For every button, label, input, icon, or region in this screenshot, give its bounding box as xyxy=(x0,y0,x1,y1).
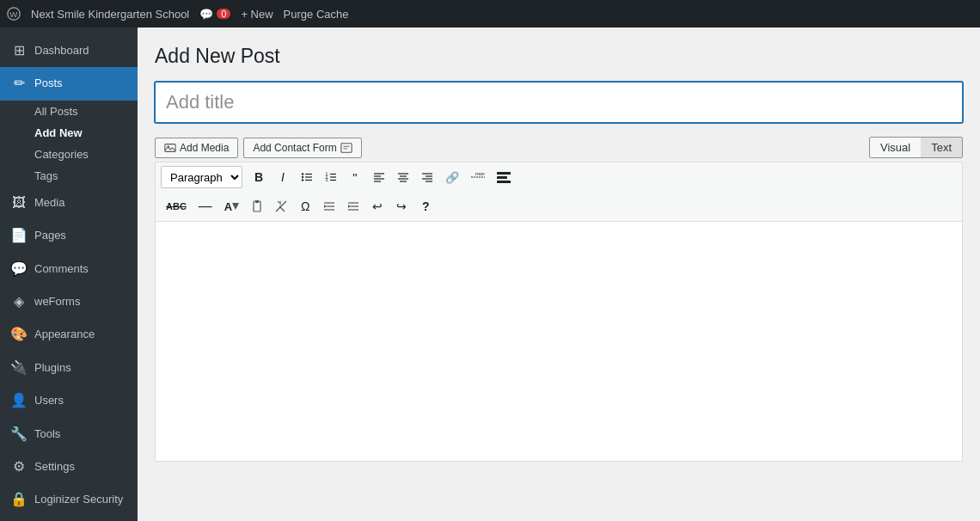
svg-marker-36 xyxy=(232,203,239,210)
sidebar-subitem-categories[interactable]: Categories xyxy=(0,144,138,165)
svg-line-41 xyxy=(279,206,285,211)
align-right-icon xyxy=(421,171,433,183)
horizontal-rule-button[interactable]: — xyxy=(193,195,217,218)
purge-cache-link[interactable]: Purge Cache xyxy=(284,8,349,21)
weforms-icon: ◈ xyxy=(10,292,28,311)
add-contact-form-button[interactable]: Add Contact Form xyxy=(243,138,361,158)
contact-form-icon xyxy=(340,142,352,154)
editor-content-area[interactable] xyxy=(155,221,963,462)
tools-icon: 🔧 xyxy=(10,425,28,444)
appearance-icon: 🎨 xyxy=(10,325,28,344)
strikethrough-button[interactable]: ABC xyxy=(161,195,192,218)
wordpress-logo-icon: W xyxy=(7,7,21,21)
svg-rect-33 xyxy=(497,172,511,175)
align-center-button[interactable] xyxy=(392,166,414,188)
ordered-list-icon: 1. 2. 3. xyxy=(325,171,337,183)
sidebar-item-label: Dashboard xyxy=(34,43,89,58)
special-chars-button[interactable]: Ω xyxy=(294,195,316,218)
main-content: Add New Post Add Media xyxy=(138,28,980,521)
editor-toolbar-row1: Paragraph Heading 1 Heading 2 Heading 3 … xyxy=(155,162,963,192)
svg-point-7 xyxy=(302,173,303,175)
outdent-icon xyxy=(323,200,335,212)
new-post-link[interactable]: + New xyxy=(241,8,273,21)
post-title-input[interactable] xyxy=(155,82,963,123)
indent-button[interactable] xyxy=(342,195,364,218)
svg-text:3.: 3. xyxy=(326,177,329,182)
insert-link-button[interactable]: 🔗 xyxy=(440,166,464,188)
svg-marker-49 xyxy=(348,205,351,208)
sidebar-item-label: Loginizer Security xyxy=(34,492,123,507)
posts-icon: ✏ xyxy=(10,74,28,93)
outdent-button[interactable] xyxy=(318,195,340,218)
svg-marker-40 xyxy=(277,201,281,205)
ordered-list-button[interactable]: 1. 2. 3. xyxy=(320,166,342,188)
svg-text:W: W xyxy=(9,9,18,19)
align-right-button[interactable] xyxy=(416,166,438,188)
sidebar-item-posts[interactable]: ✏ Posts xyxy=(0,67,138,100)
align-center-icon xyxy=(397,171,409,183)
comments-link[interactable]: 💬 0 xyxy=(199,8,230,21)
redo-button[interactable]: ↪ xyxy=(390,195,413,218)
blockquote-button[interactable]: " xyxy=(344,166,366,188)
editor-toolbar-row2: ABC — A xyxy=(155,192,963,221)
sidebar-item-label: Tools xyxy=(34,426,60,442)
sidebar-item-appearance[interactable]: 🎨 Appearance xyxy=(0,318,138,351)
paste-icon xyxy=(251,200,263,212)
dashboard-icon: ⊞ xyxy=(10,41,28,60)
sidebar-item-loginizer[interactable]: 🔒 Loginizer Security xyxy=(0,483,138,516)
svg-text:more: more xyxy=(475,171,485,176)
sidebar-item-media[interactable]: 🖼 Media xyxy=(0,187,138,219)
users-icon: 👤 xyxy=(10,391,28,410)
bold-button[interactable]: B xyxy=(248,166,270,188)
align-left-icon xyxy=(373,171,385,183)
toolbar-toggle-button[interactable] xyxy=(492,166,516,188)
undo-button[interactable]: ↩ xyxy=(366,195,389,218)
clear-format-button[interactable] xyxy=(270,195,292,218)
page-title: Add New Post xyxy=(155,45,963,68)
sidebar-item-users[interactable]: 👤 Users xyxy=(0,384,138,417)
view-toggle: Visual Text xyxy=(869,137,963,158)
add-media-icon xyxy=(164,142,176,154)
sidebar-item-label: Appearance xyxy=(34,327,95,342)
sidebar-item-label: Posts xyxy=(34,76,63,91)
plugins-icon: 🔌 xyxy=(10,359,28,377)
italic-button[interactable]: I xyxy=(272,166,294,188)
sidebar-subitem-all-posts[interactable]: All Posts xyxy=(0,101,138,122)
svg-rect-38 xyxy=(255,200,259,203)
format-select[interactable]: Paragraph Heading 1 Heading 2 Heading 3 xyxy=(161,166,242,188)
sidebar-item-dashboard[interactable]: ⊞ Dashboard xyxy=(0,34,138,67)
sidebar-subitem-add-new[interactable]: Add New xyxy=(0,122,138,144)
sidebar-item-label: Users xyxy=(34,393,64,408)
align-left-button[interactable] xyxy=(368,166,390,188)
sidebar-subitem-tags[interactable]: Tags xyxy=(0,165,138,187)
svg-rect-4 xyxy=(341,143,352,152)
insert-more-button[interactable]: more xyxy=(466,166,490,188)
unordered-list-icon xyxy=(301,171,313,183)
sidebar: ⊞ Dashboard ✏ Posts All Posts Add New Ca… xyxy=(0,28,138,521)
text-color-button[interactable]: A xyxy=(219,195,244,218)
sidebar-item-label: weForms xyxy=(34,294,80,310)
admin-bar: W Next Smile Kindergarten School 💬 0 + N… xyxy=(0,0,980,28)
settings-icon: ⚙ xyxy=(10,457,28,476)
sidebar-item-pages[interactable]: 📄 Pages xyxy=(0,219,138,252)
sidebar-item-plugins[interactable]: 🔌 Plugins xyxy=(0,352,138,384)
sidebar-item-comments[interactable]: 💬 Comments xyxy=(0,253,138,285)
text-view-button[interactable]: Text xyxy=(921,138,962,157)
help-button[interactable]: ? xyxy=(414,195,437,218)
site-name[interactable]: Next Smile Kindergarten School xyxy=(31,8,189,21)
loginizer-icon: 🔒 xyxy=(10,490,28,509)
add-media-button[interactable]: Add Media xyxy=(155,138,238,158)
comments-count-badge: 0 xyxy=(217,9,230,19)
unordered-list-button[interactable] xyxy=(296,166,318,188)
svg-marker-45 xyxy=(324,205,327,208)
editor-top-buttons: Add Media Add Contact Form xyxy=(155,138,362,158)
editor-toolbar-top: Add Media Add Contact Form xyxy=(155,137,963,158)
svg-rect-34 xyxy=(497,176,507,179)
visual-view-button[interactable]: Visual xyxy=(870,138,921,157)
editor-wrapper: Add Media Add Contact Form xyxy=(155,137,963,462)
sidebar-item-weforms[interactable]: ◈ weForms xyxy=(0,285,138,318)
sidebar-item-tools[interactable]: 🔧 Tools xyxy=(0,418,138,451)
wp-logo-icon[interactable]: W xyxy=(7,7,21,21)
paste-text-button[interactable] xyxy=(246,195,268,218)
sidebar-item-settings[interactable]: ⚙ Settings xyxy=(0,451,138,483)
